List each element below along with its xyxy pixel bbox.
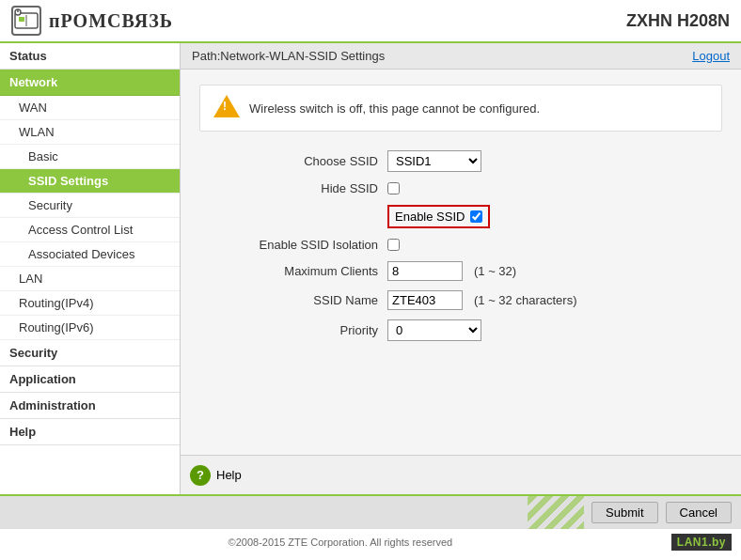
stripe-decoration: [528, 495, 584, 529]
warning-box: Wireless switch is off, this page cannot…: [199, 85, 722, 132]
choose-ssid-select[interactable]: SSID1 SSID2 SSID3 SSID4: [387, 150, 481, 172]
choose-ssid-row: Choose SSID SSID1 SSID2 SSID3 SSID4: [218, 150, 722, 172]
footer-badge: LAN1.by: [671, 534, 732, 551]
choose-ssid-control: SSID1 SSID2 SSID3 SSID4: [387, 150, 481, 172]
ssid-name-row: SSID Name (1 ~ 32 characters): [218, 290, 722, 310]
cancel-button[interactable]: Cancel: [666, 502, 732, 523]
hide-ssid-checkbox[interactable]: [387, 182, 400, 194]
choose-ssid-label: Choose SSID: [218, 154, 387, 168]
sidebar-item-acl[interactable]: Access Control List: [0, 218, 180, 242]
content-area: Path:Network-WLAN-SSID Settings Logout W…: [181, 43, 741, 494]
sidebar-item-security-section[interactable]: Security: [0, 340, 180, 366]
warning-text: Wireless switch is off, this page cannot…: [249, 101, 540, 116]
enable-ssid-checkbox[interactable]: [470, 210, 482, 223]
sidebar-item-security[interactable]: Security: [0, 194, 180, 218]
ssid-name-label: SSID Name: [218, 293, 387, 307]
enable-ssid-highlighted: Enable SSID: [387, 205, 490, 228]
header: пРОМСВЯЗЬ ZXHN H208N: [0, 0, 741, 43]
help-label[interactable]: Help: [216, 468, 242, 482]
help-area: ? Help: [190, 465, 242, 486]
logo-icon: [11, 6, 41, 36]
hide-ssid-row: Hide SSID: [218, 181, 722, 195]
footer-copyright: ©2008-2015 ZTE Corporation. All rights r…: [9, 537, 671, 548]
priority-select[interactable]: 0 1 2 3 4 5 6 7: [387, 319, 481, 341]
enable-ssid-isolation-control: [387, 239, 400, 251]
enable-ssid-isolation-row: Enable SSID Isolation: [218, 238, 722, 252]
help-circle-icon[interactable]: ?: [190, 465, 211, 486]
sidebar-item-status[interactable]: Status: [0, 43, 180, 70]
sidebar-item-help-section[interactable]: Help: [0, 419, 180, 445]
max-clients-hint: (1 ~ 32): [474, 264, 516, 278]
sidebar-item-network[interactable]: Network: [0, 70, 180, 96]
path-text: Path:Network-WLAN-SSID Settings: [192, 49, 385, 63]
ssid-name-input[interactable]: [387, 290, 463, 310]
enable-ssid-isolation-checkbox[interactable]: [387, 239, 400, 251]
sidebar-item-basic[interactable]: Basic: [0, 145, 180, 169]
max-clients-label: Maximum Clients: [218, 264, 387, 278]
model-text: ZXHN H208N: [626, 11, 730, 31]
sidebar-item-associated[interactable]: Associated Devices: [0, 242, 180, 267]
sidebar-item-application[interactable]: Application: [0, 366, 180, 393]
button-bar: Submit Cancel: [0, 494, 741, 528]
form-table: Choose SSID SSID1 SSID2 SSID3 SSID4 Hide…: [218, 150, 722, 341]
warning-icon: [213, 95, 240, 121]
ssid-name-control: (1 ~ 32 characters): [387, 290, 576, 310]
logo-text: пРОМСВЯЗЬ: [49, 10, 173, 32]
hide-ssid-control: [387, 182, 400, 194]
enable-ssid-row: Enable SSID: [218, 205, 722, 228]
sidebar-item-routing-ipv6[interactable]: Routing(IPv6): [0, 316, 180, 340]
max-clients-input[interactable]: [387, 261, 463, 281]
sidebar-item-administration[interactable]: Administration: [0, 393, 180, 419]
logout-link[interactable]: Logout: [692, 49, 730, 63]
priority-label: Priority: [218, 323, 387, 337]
bottom-bar: ? Help: [181, 455, 741, 494]
max-clients-row: Maximum Clients (1 ~ 32): [218, 261, 722, 281]
main-layout: Status Network WAN WLAN Basic SSID Setti…: [0, 43, 741, 494]
sidebar: Status Network WAN WLAN Basic SSID Setti…: [0, 43, 181, 494]
svg-rect-1: [19, 17, 24, 22]
sidebar-item-ssid-settings[interactable]: SSID Settings: [0, 169, 180, 194]
sidebar-item-routing-ipv4[interactable]: Routing(IPv4): [0, 291, 180, 316]
submit-button[interactable]: Submit: [591, 502, 657, 523]
footer: ©2008-2015 ZTE Corporation. All rights r…: [0, 528, 741, 554]
sidebar-item-wan[interactable]: WAN: [0, 96, 180, 120]
sidebar-item-wlan[interactable]: WLAN: [0, 120, 180, 145]
hide-ssid-label: Hide SSID: [218, 181, 387, 195]
sidebar-item-lan[interactable]: LAN: [0, 267, 180, 291]
logo-area: пРОМСВЯЗЬ: [11, 6, 173, 36]
priority-control: 0 1 2 3 4 5 6 7: [387, 319, 481, 341]
priority-row: Priority 0 1 2 3 4 5 6 7: [218, 319, 722, 341]
content-body: Wireless switch is off, this page cannot…: [181, 70, 741, 455]
enable-ssid-control: Enable SSID: [387, 205, 490, 228]
warning-triangle: [213, 95, 240, 117]
max-clients-control: (1 ~ 32): [387, 261, 516, 281]
enable-ssid-text: Enable SSID: [395, 210, 465, 224]
path-bar: Path:Network-WLAN-SSID Settings Logout: [181, 43, 741, 70]
ssid-name-hint: (1 ~ 32 characters): [474, 293, 576, 307]
enable-ssid-isolation-label: Enable SSID Isolation: [218, 238, 387, 252]
